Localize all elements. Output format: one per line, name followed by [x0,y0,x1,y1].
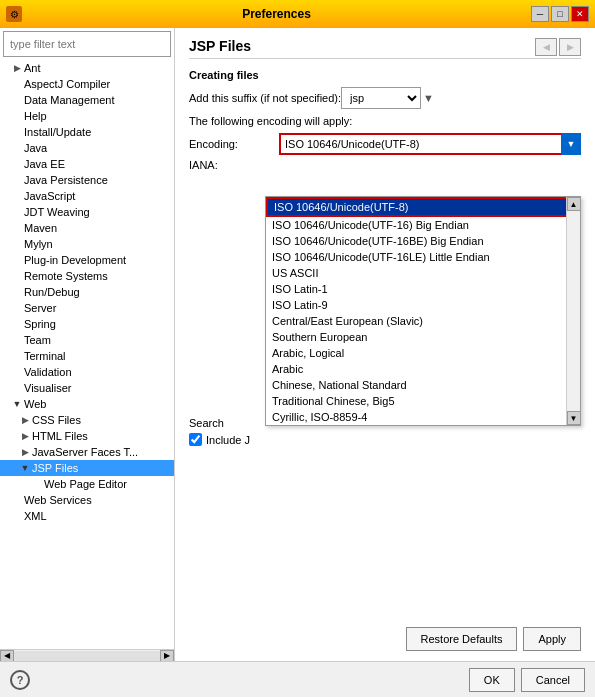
dropdown-item-10[interactable]: Arabic [266,361,580,377]
tree-arrow-21: ▼ [12,399,22,409]
panel-buttons: Restore Defaults Apply [189,627,581,651]
sidebar-item-23[interactable]: ▶HTML Files [0,428,174,444]
restore-defaults-button[interactable]: Restore Defaults [406,627,518,651]
sidebar-item-16[interactable]: Spring [0,316,174,332]
filter-input[interactable] [3,31,171,57]
cancel-button[interactable]: Cancel [521,668,585,692]
suffix-label: Add this suffix (if not specified): [189,92,341,104]
encoding-value[interactable]: ISO 10646/Unicode(UTF-8) [279,133,581,155]
sidebar-item-label-23: HTML Files [32,430,88,442]
scroll-down-button[interactable]: ▼ [567,411,581,425]
iana-row: IANA: [189,159,581,171]
dropdown-item-6[interactable]: ISO Latin-9 [266,297,580,313]
sidebar-item-27[interactable]: Web Services [0,492,174,508]
sidebar-scrollbar: ◀ ▶ [0,649,174,661]
sidebar-item-label-0: Ant [24,62,41,74]
dropdown-item-3[interactable]: ISO 10646/Unicode(UTF-16LE) Little Endia… [266,249,580,265]
dropdown-item-9[interactable]: Arabic, Logical [266,345,580,361]
sidebar-item-9[interactable]: JDT Weaving [0,204,174,220]
ok-button[interactable]: OK [469,668,515,692]
sidebar-item-6[interactable]: Java EE [0,156,174,172]
dropdown-scrollbar: ▲ ▼ [566,197,580,425]
sidebar-item-1[interactable]: AspectJ Compiler [0,76,174,92]
spacer [189,446,581,617]
search-label: Search [189,417,224,429]
tree-area: ▶AntAspectJ CompilerData ManagementHelpI… [0,60,174,649]
encoding-row: Encoding: ISO 10646/Unicode(UTF-8) ▼ [189,133,581,155]
dropdown-item-11[interactable]: Chinese, National Standard [266,377,580,393]
sidebar-item-17[interactable]: Team [0,332,174,348]
sidebar-item-28[interactable]: XML [0,508,174,524]
sidebar-item-label-16: Spring [24,318,56,330]
scroll-up-button[interactable]: ▲ [567,197,581,211]
sidebar-item-label-27: Web Services [24,494,92,506]
sidebar-item-3[interactable]: Help [0,108,174,124]
sidebar-item-25[interactable]: ▼JSP Files [0,460,174,476]
close-button[interactable]: ✕ [571,6,589,22]
window-title: Preferences [22,7,531,21]
sidebar-item-label-28: XML [24,510,47,522]
sidebar-item-11[interactable]: Mylyn [0,236,174,252]
sidebar-item-label-6: Java EE [24,158,65,170]
dropdown-item-4[interactable]: US ASCII [266,265,580,281]
forward-button[interactable]: ▶ [559,38,581,56]
sidebar-item-label-18: Terminal [24,350,66,362]
sidebar-item-4[interactable]: Install/Update [0,124,174,140]
app-icon: ⚙ [6,6,22,22]
sidebar-item-10[interactable]: Maven [0,220,174,236]
scroll-left-button[interactable]: ◀ [0,650,14,662]
sidebar-item-15[interactable]: Server [0,300,174,316]
suffix-select[interactable]: jsp [341,87,421,109]
dropdown-item-0[interactable]: ISO 10646/Unicode(UTF-8) [266,197,580,217]
encoding-dropdown[interactable]: ISO 10646/Unicode(UTF-8)ISO 10646/Unicod… [265,196,581,426]
sidebar-item-19[interactable]: Validation [0,364,174,380]
sidebar-item-0[interactable]: ▶Ant [0,60,174,76]
minimize-button[interactable]: ─ [531,6,549,22]
sidebar-item-label-17: Team [24,334,51,346]
help-button[interactable]: ? [10,670,30,690]
dropdown-item-12[interactable]: Traditional Chinese, Big5 [266,393,580,409]
back-button[interactable]: ◀ [535,38,557,56]
dropdown-item-8[interactable]: Southern European [266,329,580,345]
maximize-button[interactable]: □ [551,6,569,22]
sidebar-item-label-5: Java [24,142,47,154]
tree-arrow-24: ▶ [20,447,30,457]
sidebar-item-label-25: JSP Files [32,462,78,474]
suffix-row: Add this suffix (if not specified): jsp … [189,87,581,109]
dropdown-item-1[interactable]: ISO 10646/Unicode(UTF-16) Big Endian [266,217,580,233]
sidebar-item-21[interactable]: ▼Web [0,396,174,412]
dropdown-item-7[interactable]: Central/East European (Slavic) [266,313,580,329]
sidebar-item-18[interactable]: Terminal [0,348,174,364]
sidebar-item-label-10: Maven [24,222,57,234]
scroll-right-button[interactable]: ▶ [160,650,174,662]
sidebar-item-label-2: Data Management [24,94,115,106]
dropdown-item-13[interactable]: Cyrillic, ISO-8859-4 [266,409,580,425]
sidebar-item-label-11: Mylyn [24,238,53,250]
creating-files-label: Creating files [189,69,581,81]
encoding-note-row: The following encoding will apply: [189,115,581,127]
sidebar-item-13[interactable]: Remote Systems [0,268,174,284]
sidebar-item-label-9: JDT Weaving [24,206,90,218]
apply-button[interactable]: Apply [523,627,581,651]
sidebar-item-5[interactable]: Java [0,140,174,156]
sidebar-item-12[interactable]: Plug-in Development [0,252,174,268]
sidebar-item-20[interactable]: Visualiser [0,380,174,396]
window: ⚙ Preferences ─ □ ✕ ▶AntAspectJ Compiler… [0,0,595,697]
sidebar-item-14[interactable]: Run/Debug [0,284,174,300]
dropdown-item-2[interactable]: ISO 10646/Unicode(UTF-16BE) Big Endian [266,233,580,249]
sidebar-item-label-7: Java Persistence [24,174,108,186]
sidebar-item-2[interactable]: Data Management [0,92,174,108]
sidebar-item-label-19: Validation [24,366,72,378]
sidebar-item-24[interactable]: ▶JavaServer Faces T... [0,444,174,460]
sidebar-item-7[interactable]: Java Persistence [0,172,174,188]
sidebar-item-label-15: Server [24,302,56,314]
panel-title: JSP Files [189,38,581,59]
dropdown-item-5[interactable]: ISO Latin-1 [266,281,580,297]
include-checkbox[interactable] [189,433,202,446]
right-panel: ◀ ▶ JSP Files Creating files Add this su… [175,28,595,661]
sidebar-item-label-12: Plug-in Development [24,254,126,266]
sidebar: ▶AntAspectJ CompilerData ManagementHelpI… [0,28,175,661]
sidebar-item-26[interactable]: Web Page Editor [0,476,174,492]
sidebar-item-8[interactable]: JavaScript [0,188,174,204]
sidebar-item-22[interactable]: ▶CSS Files [0,412,174,428]
